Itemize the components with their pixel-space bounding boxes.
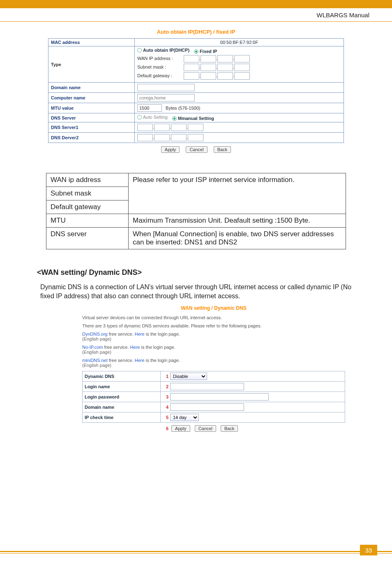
ddns-domain-label: Domain name	[83, 402, 161, 412]
minidns-link[interactable]: miniDNS.net	[82, 358, 108, 363]
mac-address-label: MAC address	[48, 39, 135, 46]
mtu-label: MTU value	[48, 103, 135, 113]
cancel-button[interactable]: Cancel	[186, 146, 207, 153]
svc1-tail: is the login page.	[145, 332, 180, 336]
svc3-sub: (English page)	[82, 363, 111, 368]
radio-fixed-ip[interactable]: Fixed IP	[194, 49, 217, 54]
wan-ip-input[interactable]	[217, 55, 233, 62]
dns1-input[interactable]	[154, 124, 170, 131]
ip-check-select[interactable]: 14 day	[170, 414, 199, 421]
wan-ip-label: WAN IP address :	[137, 56, 182, 61]
ddns-domain-input[interactable]	[170, 403, 244, 411]
callout-3: 3	[163, 394, 168, 399]
login-name-label: Login name	[83, 382, 161, 392]
back-button[interactable]: Back	[221, 425, 238, 432]
auto-setting-label: Auto Setting	[143, 115, 168, 120]
desc-dns-key: DNS server	[46, 228, 129, 249]
dns1-input[interactable]	[137, 124, 153, 131]
computer-name-label: Computer name	[48, 93, 135, 103]
manual-setting-label: Mmanual Setting	[178, 116, 214, 121]
dns1-input[interactable]	[171, 124, 187, 131]
top-accent-bar	[0, 0, 392, 8]
domain-name-input[interactable]	[137, 84, 195, 91]
back-button[interactable]: Back	[214, 146, 231, 153]
cancel-button[interactable]: Cancel	[195, 425, 216, 432]
dns2-input[interactable]	[171, 134, 187, 141]
dns1-label: DNS Server1	[48, 122, 135, 133]
svc3-rest: free service.	[108, 358, 135, 363]
wan-ip-input[interactable]	[184, 55, 199, 62]
dyndns-here-link[interactable]: Here	[135, 332, 145, 336]
gateway-input[interactable]	[184, 72, 199, 80]
desc-mtu-key: MTU	[46, 214, 129, 228]
radio-auto-label: Auto obtain IP(DHCP)	[143, 48, 189, 53]
subnet-label: Subnet mask :	[137, 64, 182, 69]
dyndns-link[interactable]: DynDNS.org	[82, 332, 108, 336]
dns2-input[interactable]	[154, 134, 170, 141]
type-label: Type	[48, 46, 135, 83]
gateway-input[interactable]	[201, 72, 216, 80]
desc-wan-ip-key: WAN ip address	[46, 173, 129, 187]
ddns-intro-1: Virtual server devices can be connected …	[82, 315, 345, 320]
subnet-input[interactable]	[217, 64, 233, 71]
radio-icon	[194, 49, 198, 54]
gateway-input[interactable]	[234, 72, 250, 80]
mtu-input[interactable]	[137, 104, 162, 112]
callout-2: 2	[163, 384, 168, 389]
description-table: WAN ip address Please refer to your ISP …	[46, 173, 346, 249]
section-heading: <WAN setting/ Dynamic DNS>	[37, 268, 355, 277]
subnet-input[interactable]	[184, 64, 199, 71]
footer-rule-thin	[0, 553, 392, 554]
dns2-input[interactable]	[137, 134, 153, 141]
svc2-sub: (English page)	[82, 350, 111, 355]
apply-button[interactable]: Apply	[171, 425, 190, 432]
mtu-hint: Bytes (576-1500)	[166, 106, 200, 111]
header-rule	[0, 21, 392, 22]
login-name-input[interactable]	[170, 383, 244, 390]
ddns-form-table: Dynamic DNS 1Disable Login name 2 Login …	[82, 371, 345, 423]
ddns-select[interactable]: Disable	[170, 373, 207, 380]
radio-icon	[137, 48, 142, 53]
login-password-input[interactable]	[170, 393, 269, 401]
desc-isp-value: Please refer to your ISP internet servic…	[129, 173, 346, 214]
subnet-input[interactable]	[201, 64, 216, 71]
callout-6: 6	[163, 426, 168, 431]
callout-5: 5	[163, 415, 168, 420]
noip-here-link[interactable]: Here	[130, 345, 140, 350]
desc-mtu-value: Maximum Transmission Unit. Deafault sett…	[129, 214, 346, 228]
radio-fixed-label: Fixed IP	[200, 49, 217, 54]
computer-name-input[interactable]	[137, 94, 195, 101]
ddns-intro-2: There are 3 types of dynamic DNS service…	[82, 323, 345, 328]
dns2-label: DNS Derver2	[48, 133, 135, 143]
svc1-sub: (English page)	[82, 336, 111, 341]
radio-auto-obtain[interactable]: Auto obtain IP(DHCP)	[137, 48, 189, 53]
minidns-here-link[interactable]: Here	[135, 358, 145, 363]
wan-ip-input[interactable]	[234, 55, 250, 62]
login-password-label: Login password	[83, 392, 161, 402]
apply-button[interactable]: Apply	[161, 146, 180, 153]
noip-link[interactable]: No-IP.com	[82, 345, 103, 350]
radio-icon	[137, 115, 142, 120]
radio-manual-setting[interactable]: Mmanual Setting	[172, 116, 214, 121]
domain-name-label: Domain name	[48, 83, 135, 93]
manual-title: WLBARGS Manual	[317, 12, 369, 18]
svc3-tail: is the login page.	[145, 358, 180, 363]
radio-auto-setting[interactable]: Auto Setting	[137, 115, 168, 120]
footer-rule-thick	[0, 551, 392, 552]
dns-server-label: DNS Server	[48, 113, 135, 122]
ddns-label: Dynamic DNS	[83, 371, 161, 382]
svc2-tail: is the login page.	[140, 345, 175, 350]
subnet-input[interactable]	[234, 64, 250, 71]
callout-4: 4	[163, 405, 168, 410]
svc2-rest: free service.	[103, 345, 130, 350]
dns2-input[interactable]	[188, 134, 203, 141]
type-cell: Auto obtain IP(DHCP) Fixed IP WAN IP add…	[135, 46, 344, 83]
screenshot1-title: Auto obtain IP(DHCP) / fixed IP	[37, 29, 355, 35]
wan-ip-input[interactable]	[201, 55, 216, 62]
gateway-label: Default gateway :	[137, 73, 182, 78]
radio-icon	[172, 116, 177, 121]
callout-1: 1	[163, 374, 168, 379]
gateway-input[interactable]	[217, 72, 233, 80]
dns1-input[interactable]	[188, 124, 203, 131]
screenshot2-title: WAN setting / Dynamic DNS	[82, 305, 345, 311]
